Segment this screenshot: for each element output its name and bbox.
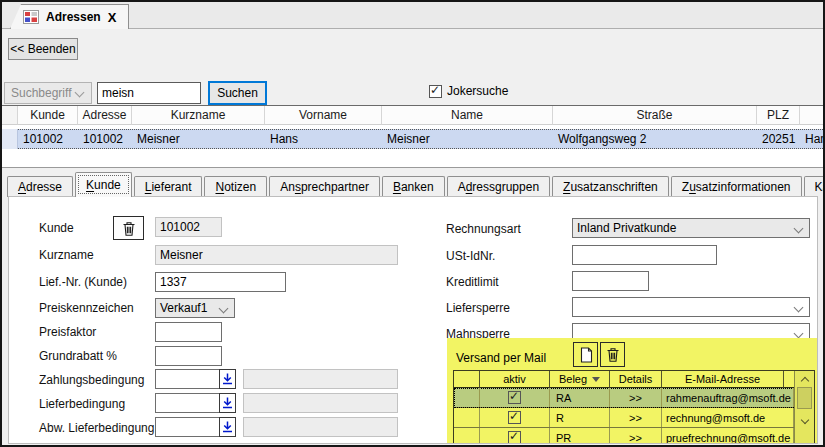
mail-details-link[interactable]: >> xyxy=(610,408,662,427)
document-tab-strip: Adressen X xyxy=(2,2,823,29)
chevron-down-icon xyxy=(794,224,804,234)
preisfaktor-field[interactable] xyxy=(155,322,222,342)
new-document-icon xyxy=(579,347,593,363)
mail-scrollbar[interactable] xyxy=(794,371,814,444)
kreditlimit-field[interactable] xyxy=(572,271,649,291)
tab-kunde[interactable]: Kunde xyxy=(75,172,132,197)
col-header-strasse[interactable]: Straße xyxy=(553,106,757,125)
kurzname-field: Meisner xyxy=(155,245,398,265)
mail-details-link[interactable]: >> xyxy=(610,388,662,407)
zahlungsbedingung-lookup-button[interactable] xyxy=(219,369,236,389)
mail-aktiv-checkbox[interactable] xyxy=(508,431,521,444)
tab-banken[interactable]: Banken xyxy=(382,176,445,197)
preiskennzeichen-value: Verkauf1 xyxy=(160,301,207,315)
col-header-kurzname[interactable]: Kurzname xyxy=(132,106,265,125)
row-selector[interactable] xyxy=(2,129,18,149)
mail-email-cell: rechnung@msoft.de xyxy=(662,408,794,427)
sort-descending-icon xyxy=(592,377,600,382)
scrollbar-thumb[interactable] xyxy=(797,387,812,409)
zahlungsbedingung-code-field[interactable] xyxy=(155,369,220,389)
mail-email-cell: rahmenauftrag@msoft.de xyxy=(662,388,794,407)
mail-col-filler xyxy=(784,371,794,388)
mail-aktiv-checkbox[interactable] xyxy=(508,391,521,404)
lieferbedingung-lookup-button[interactable] xyxy=(219,393,236,413)
col-header-name[interactable]: Name xyxy=(382,106,553,125)
cell-plz: 20251 xyxy=(757,130,800,148)
rechnungsart-value: Inland Privatkunde xyxy=(577,221,676,235)
lookup-arrow-icon xyxy=(222,373,233,385)
col-header-plz[interactable]: PLZ xyxy=(757,106,800,125)
liefnr-field[interactable]: 1337 xyxy=(155,272,286,292)
tab-ansprechpartner[interactable]: Ansprechpartner xyxy=(269,176,380,197)
scrollbar-down-icon[interactable] xyxy=(795,415,814,428)
tab-adressgruppen[interactable]: Adressgruppen xyxy=(447,176,550,197)
search-input[interactable] xyxy=(97,82,201,104)
kurzname-label: Kurzname xyxy=(39,248,94,262)
kunde-tab-panel: Kunde 101002 Kurzname Meisner Lief.-Nr. … xyxy=(8,196,818,444)
trash-icon xyxy=(122,221,136,236)
mail-beleg-cell: PR xyxy=(550,428,610,444)
zahlungsbedingung-text-field xyxy=(243,369,398,389)
cell-kunde: 101002 xyxy=(18,130,78,148)
ustidnr-field[interactable] xyxy=(572,245,717,265)
col-header-adresse[interactable]: Adresse xyxy=(78,106,132,125)
results-grid: Kunde Adresse Kurzname Vorname Name Stra… xyxy=(2,105,823,168)
delete-kunde-button[interactable] xyxy=(113,216,144,240)
scrollbar-up-icon[interactable] xyxy=(795,372,814,385)
mail-beleg-cell: R xyxy=(550,408,610,427)
mail-row[interactable]: PR >> pruefrechnung@msoft.de xyxy=(454,428,794,444)
cell-adresse: 101002 xyxy=(78,130,132,148)
jokersuche-checkbox[interactable] xyxy=(429,85,442,98)
mail-add-button[interactable] xyxy=(573,342,598,367)
close-icon[interactable]: X xyxy=(108,10,117,25)
preiskennzeichen-combobox[interactable]: Verkauf1 xyxy=(155,298,235,318)
suchbegriff-label: Suchbegriff xyxy=(11,86,72,100)
tab-notizen[interactable]: Notizen xyxy=(204,176,267,197)
suchbegriff-combobox[interactable]: Suchbegriff xyxy=(4,82,92,104)
col-header-vorname[interactable]: Vorname xyxy=(265,106,382,125)
tab-adresse[interactable]: Adresse xyxy=(7,176,73,197)
mail-row[interactable]: RA >> rahmenauftrag@msoft.de xyxy=(454,388,794,408)
mail-col-details[interactable]: Details xyxy=(610,371,662,388)
mail-delete-button[interactable] xyxy=(600,342,625,367)
tab-kampagnen[interactable]: Kampagnen xyxy=(804,176,825,197)
mail-aktiv-checkbox[interactable] xyxy=(508,411,521,424)
preisfaktor-label: Preisfaktor xyxy=(39,325,96,339)
beenden-button[interactable]: << Beenden xyxy=(8,38,78,60)
lookup-arrow-icon xyxy=(222,421,233,433)
zahlungsbedingung-label: Zahlungsbedingung xyxy=(39,373,144,387)
versand-per-mail-label: Versand per Mail xyxy=(456,351,546,365)
mail-row[interactable]: R >> rechnung@msoft.de xyxy=(454,408,794,428)
mail-col-beleg[interactable]: Beleg xyxy=(550,371,610,388)
tab-adressen[interactable]: Adressen X xyxy=(10,4,129,29)
tab-title: Adressen xyxy=(46,10,101,24)
col-header-ort[interactable] xyxy=(800,106,823,125)
rechnungsart-label: Rechnungsart xyxy=(446,222,521,236)
jokersuche-option[interactable]: Jokersuche xyxy=(429,84,508,98)
preiskennzeichen-label: Preiskennzeichen xyxy=(39,301,134,315)
tab-zusatzanschriften[interactable]: Zusatzanschriften xyxy=(552,176,669,197)
ustidnr-label: USt-IdNr. xyxy=(446,249,495,263)
rechnungsart-combobox[interactable]: Inland Privatkunde xyxy=(572,218,810,238)
mail-col-email[interactable]: E-Mail-Adresse xyxy=(662,371,784,388)
col-header-kunde[interactable]: Kunde xyxy=(18,106,78,125)
result-row-selected[interactable]: 101002 101002 Meisner Hans Meisner Wolfg… xyxy=(2,129,823,149)
liefersperre-label: Liefersperre xyxy=(446,301,510,315)
grundrabatt-field[interactable] xyxy=(155,346,222,366)
cell-name: Meisner xyxy=(382,130,553,148)
abw-lieferbedingung-lookup-button[interactable] xyxy=(219,417,236,437)
abw-lieferbedingung-code-field[interactable] xyxy=(155,417,220,437)
lieferbedingung-code-field[interactable] xyxy=(155,393,220,413)
mail-details-link[interactable]: >> xyxy=(610,428,662,444)
tab-lieferant[interactable]: Lieferant xyxy=(134,176,203,197)
detail-tab-strip: Adresse Kunde Lieferant Notizen Ansprech… xyxy=(7,172,825,197)
adressen-window: Adressen X << Beenden Suchbegriff Suchen… xyxy=(0,0,825,447)
mail-col-aktiv[interactable]: aktiv xyxy=(480,371,550,388)
abw-lieferbedingung-text-field xyxy=(243,417,398,437)
lieferbedingung-label: Lieferbedingung xyxy=(39,397,125,411)
suchen-button[interactable]: Suchen xyxy=(208,81,267,105)
cell-kurzname: Meisner xyxy=(132,130,265,148)
liefersperre-combobox[interactable] xyxy=(572,297,810,317)
mail-indicator-header xyxy=(454,371,480,388)
tab-zusatzinformationen[interactable]: Zusatzinformationen xyxy=(671,176,802,197)
